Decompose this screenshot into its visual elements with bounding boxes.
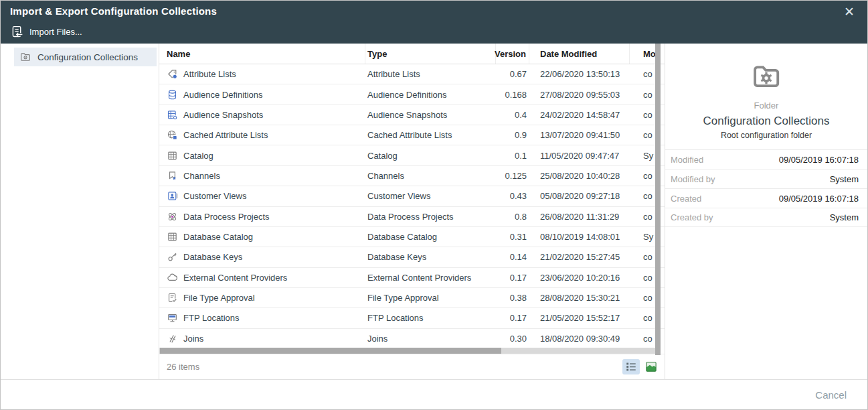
document-check-icon xyxy=(167,292,178,303)
thumbnail-view-button[interactable] xyxy=(644,360,658,373)
table-row[interactable]: Audience DefinitionsAudience Definitions… xyxy=(159,84,665,105)
table-row[interactable]: Database CatalogDatabase Catalog0.3108/1… xyxy=(159,227,665,247)
list-view-icon xyxy=(624,360,638,373)
database-snapshot-icon xyxy=(167,109,178,121)
field-value: System xyxy=(830,174,859,184)
row-version: 0.67 xyxy=(496,69,529,79)
field-label: Created xyxy=(671,194,701,204)
list-view-button[interactable] xyxy=(622,359,640,374)
row-version: 0.9 xyxy=(496,130,529,140)
row-version: 0.43 xyxy=(496,191,529,201)
row-version: 0.1 xyxy=(496,151,529,161)
row-version: 0.4 xyxy=(496,110,529,120)
field-value: 09/05/2019 16:07:18 xyxy=(779,155,859,165)
table-row[interactable]: Attribute ListsAttribute Lists0.6722/06/… xyxy=(159,64,665,84)
row-type: Channels xyxy=(365,171,496,181)
row-date-modified: 21/05/2020 15:52:17 xyxy=(529,313,630,323)
row-type: Joins xyxy=(365,334,496,344)
import-file-icon xyxy=(10,25,24,39)
details-field-created-by: Created by System xyxy=(665,208,867,227)
table-row[interactable]: JoinsJoins0.3018/08/2020 09:30:49co xyxy=(159,329,665,348)
sidebar-item-configuration-collections[interactable]: Configuration Collections xyxy=(14,48,157,66)
monitor-icon xyxy=(167,312,178,324)
table-grid-icon xyxy=(167,231,178,243)
folder-gear-icon xyxy=(19,51,31,63)
row-type: FTP Locations xyxy=(365,313,496,323)
row-name: Database Catalog xyxy=(183,232,253,242)
column-header-type[interactable]: Type xyxy=(365,44,496,64)
import-files-button[interactable]: Import Files... xyxy=(6,22,86,42)
joins-icon xyxy=(167,333,178,344)
table-row[interactable]: Cached Attribute ListsCached Attribute L… xyxy=(159,125,665,145)
row-name: Data Process Projects xyxy=(183,212,270,222)
details-fields: Modified 09/05/2019 16:07:18 Modified by… xyxy=(665,149,867,227)
row-name: Joins xyxy=(183,334,203,344)
table-row[interactable]: External Content ProvidersExternal Conte… xyxy=(159,268,665,288)
row-date-modified: 24/02/2020 14:58:47 xyxy=(529,110,630,120)
details-subtitle: Root configuration folder xyxy=(665,131,867,140)
details-header: Folder Configuration Collections Root co… xyxy=(665,44,867,140)
row-version: 0.30 xyxy=(496,334,529,344)
row-type: Database Catalog xyxy=(365,232,496,242)
row-version: 0.8 xyxy=(496,212,529,222)
column-header-date-modified[interactable]: Date Modified xyxy=(529,44,630,64)
row-name: Catalog xyxy=(183,151,213,161)
field-label: Modified by xyxy=(671,174,715,184)
row-type: Attribute Lists xyxy=(365,69,496,79)
table-header-row: Name Type Version Date Modified Mo xyxy=(159,44,665,64)
table-row[interactable]: Customer ViewsCustomer Views0.4305/08/20… xyxy=(159,186,665,206)
table-row[interactable]: Data Process ProjectsData Process Projec… xyxy=(159,207,665,227)
row-date-modified: 25/08/2020 10:40:28 xyxy=(529,171,630,181)
row-version: 0.14 xyxy=(496,252,529,262)
bookmark-star-icon xyxy=(167,170,178,182)
dialog-footer: Cancel xyxy=(1,379,867,409)
cloud-icon xyxy=(167,272,178,283)
table-row[interactable]: FTP LocationsFTP Locations0.1721/05/2020… xyxy=(159,308,665,328)
row-date-modified: 21/02/2020 15:27:45 xyxy=(529,252,630,262)
row-version: 0.31 xyxy=(496,232,529,242)
row-type: Data Process Projects xyxy=(365,212,496,222)
vertical-scrollbar[interactable] xyxy=(655,44,661,355)
details-kind-label: Folder xyxy=(665,100,867,111)
row-name: Audience Snapshots xyxy=(183,110,263,120)
details-field-modified-by: Modified by System xyxy=(665,169,867,188)
row-date-modified: 18/08/2020 09:30:49 xyxy=(529,334,630,344)
import-files-label: Import Files... xyxy=(29,27,82,37)
row-type: File Type Approval xyxy=(365,293,496,303)
row-date-modified: 13/07/2020 09:41:50 xyxy=(529,130,630,140)
table-row[interactable]: ChannelsChannels0.12525/08/2020 10:40:28… xyxy=(159,166,665,186)
close-icon[interactable]: ✕ xyxy=(838,2,861,22)
row-version: 0.168 xyxy=(496,90,529,100)
table-row[interactable]: Database KeysDatabase Keys0.1421/02/2020… xyxy=(159,247,665,267)
table-row[interactable]: File Type ApprovalFile Type Approval0.38… xyxy=(159,288,665,308)
dialog-title: Import & Export Configuration Collection… xyxy=(10,5,217,17)
key-icon xyxy=(167,251,178,263)
column-header-name[interactable]: Name xyxy=(159,44,365,64)
row-type: Customer Views xyxy=(365,191,496,201)
field-label: Created by xyxy=(671,212,713,222)
details-field-modified: Modified 09/05/2019 16:07:18 xyxy=(665,149,867,169)
row-name: Channels xyxy=(183,171,220,181)
row-version: 0.38 xyxy=(496,293,529,303)
folder-tree-sidebar: Configuration Collections xyxy=(1,44,159,379)
table-row[interactable]: Audience SnapshotsAudience Snapshots0.42… xyxy=(159,105,665,125)
database-icon xyxy=(167,89,178,100)
cancel-button[interactable]: Cancel xyxy=(815,389,847,401)
row-type: Audience Definitions xyxy=(365,90,496,100)
person-card-icon xyxy=(167,190,178,202)
table-statusbar: 26 items xyxy=(159,354,665,379)
row-type: Database Keys xyxy=(365,252,496,262)
thumbnail-view-icon xyxy=(644,360,658,373)
view-toggles xyxy=(622,359,658,374)
sidebar-item-label: Configuration Collections xyxy=(37,52,138,62)
folder-gear-icon xyxy=(749,61,784,92)
field-value: 09/05/2019 16:07:18 xyxy=(779,194,859,204)
items-count: 26 items xyxy=(167,362,199,372)
row-name: External Content Providers xyxy=(183,273,287,283)
horizontal-scrollbar-thumb[interactable] xyxy=(160,348,501,354)
column-header-version[interactable]: Version xyxy=(496,44,529,64)
horizontal-scrollbar[interactable] xyxy=(159,348,665,354)
table-row[interactable]: CatalogCatalog0.111/05/2020 09:47:47Sy xyxy=(159,145,665,165)
table-grid-icon xyxy=(167,150,178,161)
details-title: Configuration Collections xyxy=(665,115,867,128)
